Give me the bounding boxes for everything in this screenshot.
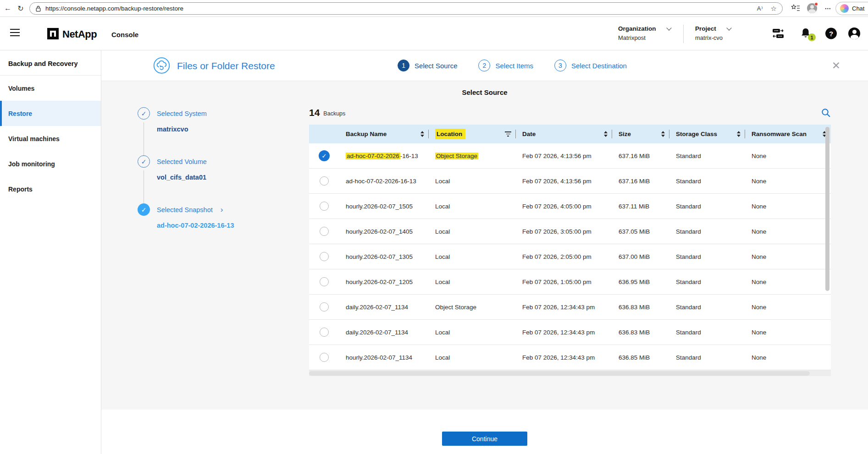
table-row[interactable]: daily.2026-02-07_1134Object StorageFeb 0… xyxy=(309,295,831,320)
copilot-button[interactable]: Chat xyxy=(835,2,868,15)
column-header-location[interactable]: Location xyxy=(429,125,516,143)
cell-location: Local xyxy=(429,329,516,336)
account-avatar xyxy=(848,27,860,39)
sidebar-item-reports[interactable]: Reports xyxy=(0,176,101,202)
column-header-storage-class[interactable]: Storage Class xyxy=(669,125,745,143)
cell-date: Feb 07 2026, 12:34:43 pm xyxy=(516,329,612,336)
column-header-select xyxy=(309,125,339,143)
sort-icon[interactable] xyxy=(661,131,665,137)
step-label: Select Items xyxy=(495,62,533,70)
sidebar-title: Backup and Recovery xyxy=(0,50,101,76)
summary-label: Selected System xyxy=(157,110,207,117)
column-header-backup-name[interactable]: Backup Name xyxy=(339,125,429,143)
table-row[interactable]: hourly.2026-02-07_1134LocalFeb 07 2026, … xyxy=(309,345,831,370)
backups-count: 14 xyxy=(309,107,320,118)
project-label: Project xyxy=(695,25,716,32)
browser-bar: ← ↻ https://console.netapp.com/backup-re… xyxy=(0,0,868,17)
browser-refresh-icon[interactable]: ↻ xyxy=(14,0,28,16)
chevron-down-icon[interactable] xyxy=(666,25,671,30)
table-row[interactable]: daily.2026-02-07_1134LocalFeb 07 2026, 1… xyxy=(309,320,831,345)
search-icon[interactable] xyxy=(821,108,831,118)
cell-select xyxy=(309,176,339,186)
summary-value: matrixcvo xyxy=(157,126,309,133)
help-icon[interactable]: ? xyxy=(825,28,837,39)
continue-button[interactable]: Continue xyxy=(442,432,527,446)
step-label: Select Destination xyxy=(571,62,627,70)
radio-unselected-icon[interactable] xyxy=(320,353,329,362)
backups-panel: 14 Backups Backup NameLocationDateSizeSt… xyxy=(309,107,868,376)
browser-menu-icon[interactable]: ⋯ xyxy=(822,0,835,16)
selection-summary: ✓Selected Systemmatrixcvo✓Selected Volum… xyxy=(101,107,309,376)
radio-unselected-icon[interactable] xyxy=(320,328,329,337)
backups-header: 14 Backups xyxy=(309,107,831,118)
cell-ransomware-scan: None xyxy=(745,354,831,361)
radio-unselected-icon[interactable] xyxy=(320,302,329,312)
sidebar-nav: VolumesRestoreVirtual machinesJob monito… xyxy=(0,76,101,202)
netapp-logo xyxy=(47,28,59,39)
radio-unselected-icon[interactable] xyxy=(320,202,329,211)
browser-back-icon[interactable]: ← xyxy=(1,0,15,16)
radio-unselected-icon[interactable] xyxy=(320,277,329,286)
table-row[interactable]: ✓ad-hoc-07-02-2026-16-13Object StorageFe… xyxy=(309,143,831,169)
sidebar-item-restore[interactable]: Restore xyxy=(0,101,101,126)
table-row[interactable]: hourly.2026-02-07_1405LocalFeb 07 2026, … xyxy=(309,219,831,244)
cell-date: Feb 07 2026, 4:13:56 pm xyxy=(516,153,612,159)
sort-icon[interactable] xyxy=(420,131,424,137)
column-header-ransomware-scan[interactable]: Ransomware Scan xyxy=(745,125,831,143)
table-row[interactable]: ad-hoc-07-02-2026-16-13LocalFeb 07 2026,… xyxy=(309,169,831,194)
column-header-date[interactable]: Date xyxy=(516,125,612,143)
project-selector[interactable]: Project matrix-cvo xyxy=(695,25,731,41)
notification-count-badge: 1 xyxy=(808,33,816,41)
radio-unselected-icon[interactable] xyxy=(320,252,329,261)
header-divider xyxy=(683,25,684,43)
radio-unselected-icon[interactable] xyxy=(320,176,329,186)
summary-label[interactable]: Selected Snapshot xyxy=(157,206,213,213)
connector-line xyxy=(144,170,144,204)
cell-backup-name: daily.2026-02-07_1134 xyxy=(339,304,429,311)
sidebar-item-volumes[interactable]: Volumes xyxy=(0,76,101,101)
table-row[interactable]: hourly.2026-02-07_1305LocalFeb 07 2026, … xyxy=(309,244,831,269)
project-value: matrix-cvo xyxy=(695,34,731,41)
cell-backup-name: hourly.2026-02-07_1134 xyxy=(339,354,429,361)
radio-selected-icon[interactable]: ✓ xyxy=(319,150,330,161)
sidebar-item-virtual-machines[interactable]: Virtual machines xyxy=(0,126,101,151)
hamburger-menu-icon[interactable] xyxy=(10,29,20,38)
chevron-down-icon[interactable] xyxy=(726,25,731,30)
wizard-header: Files or Folder Restore 1Select Source2S… xyxy=(101,50,868,81)
data-transfer-icon[interactable] xyxy=(771,28,785,39)
cell-storage-class: Standard xyxy=(669,153,745,159)
cell-storage-class: Standard xyxy=(669,203,745,210)
filter-icon[interactable] xyxy=(505,131,511,137)
read-aloud-icon[interactable]: A⁾ xyxy=(757,5,763,12)
sidebar-item-job-monitoring[interactable]: Job monitoring xyxy=(0,151,101,176)
column-header-size[interactable]: Size xyxy=(612,125,669,143)
table-horizontal-scrollbar[interactable] xyxy=(309,370,831,376)
wizard-step-select-destination[interactable]: 3Select Destination xyxy=(554,60,627,71)
cell-select xyxy=(309,202,339,211)
favorite-star-icon[interactable]: ☆ xyxy=(771,5,777,13)
main-content: Files or Folder Restore 1Select Source2S… xyxy=(101,50,868,454)
organization-selector[interactable]: Organization Matrixpost xyxy=(618,25,671,41)
cell-ransomware-scan: None xyxy=(745,178,831,185)
account-icon[interactable] xyxy=(848,27,860,39)
table-vertical-scrollbar[interactable] xyxy=(825,127,829,291)
browser-profile-avatar[interactable] xyxy=(806,0,818,16)
summary-label: Selected Volume xyxy=(157,158,207,165)
address-bar[interactable]: https://console.netapp.com/backup-restor… xyxy=(29,2,783,15)
close-icon[interactable]: ✕ xyxy=(832,60,840,72)
cell-size: 636.83 MiB xyxy=(612,329,669,336)
notifications-bell-icon[interactable]: 1 xyxy=(800,27,811,39)
wizard-step-select-items[interactable]: 2Select Items xyxy=(478,60,533,71)
horizontal-scroll-thumb[interactable] xyxy=(309,371,810,376)
wizard-step-select-source[interactable]: 1Select Source xyxy=(398,60,457,71)
cell-location: Local xyxy=(429,279,516,285)
table-row[interactable]: hourly.2026-02-07_1505LocalFeb 07 2026, … xyxy=(309,194,831,219)
radio-unselected-icon[interactable] xyxy=(320,227,329,236)
sort-icon[interactable] xyxy=(604,131,608,137)
sort-icon[interactable] xyxy=(737,131,741,137)
table-row[interactable]: hourly.2026-02-07_1205LocalFeb 07 2026, … xyxy=(309,269,831,295)
favorites-hub-icon[interactable] xyxy=(790,0,802,16)
cell-date: Feb 07 2026, 2:05:00 pm xyxy=(516,253,612,260)
summary-value: vol_cifs_data01 xyxy=(157,174,309,181)
cell-backup-name: hourly.2026-02-07_1505 xyxy=(339,203,429,210)
